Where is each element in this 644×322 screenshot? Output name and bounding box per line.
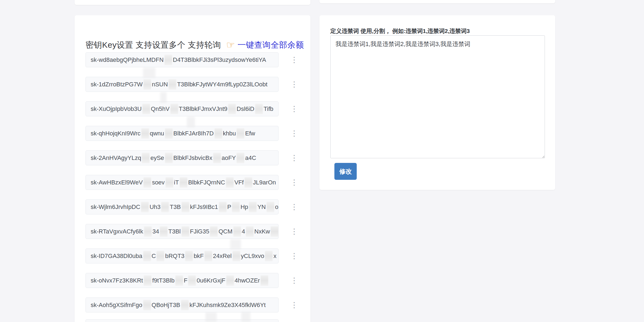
api-key-field[interactable]: sk-XuOjpIpbVob3UQn5hVT3BlbkFJmxVJnt9Dsl6… bbox=[86, 101, 279, 116]
api-key-text: T3Bl bbox=[168, 228, 181, 235]
api-key-text: sk-1dZrroBtzPG7W bbox=[91, 81, 143, 88]
censor-blur-patch bbox=[267, 202, 274, 212]
censor-blur-patch bbox=[249, 202, 257, 212]
key-panel-title: 密钥Key设置 支持设置多个 支持轮询 ☞ 一键查询全部余额 bbox=[86, 39, 304, 51]
modify-button[interactable]: 修改 bbox=[334, 163, 357, 180]
kebab-menu-icon[interactable]: ⋮ bbox=[279, 179, 310, 186]
api-key-field[interactable]: sk-Wjlm6JrvhIpDCUh3T3BkFJs9IBc1PHpYNo5 bbox=[86, 199, 279, 214]
api-key-text: 4 bbox=[242, 228, 245, 235]
kebab-menu-icon[interactable]: ⋮ bbox=[279, 56, 310, 64]
api-key-field[interactable]: sk-AwHBzxEl9WeVsoeviTBlbkFJQrnNCVFfJL9ar… bbox=[86, 175, 279, 190]
censor-blur-patch bbox=[165, 128, 173, 139]
api-key-text: sk-2AnHVAgyYLzq bbox=[91, 154, 141, 162]
censor-blur-patch bbox=[271, 226, 278, 237]
api-key-text: sk-ID7GA38Dl0uba bbox=[91, 253, 142, 260]
api-key-text: kFJKuhsmk9Ze3X45fklW6Yt bbox=[190, 302, 266, 309]
censor-blur-patch bbox=[255, 104, 263, 114]
censor-blur-patch bbox=[175, 275, 183, 286]
api-key-text: QCM bbox=[218, 228, 232, 235]
api-key-text: YN bbox=[257, 203, 266, 211]
api-key-text: P bbox=[227, 203, 231, 211]
censor-blur-patch bbox=[144, 177, 151, 188]
banned-words-textarea[interactable]: 我是违禁词1,我是违禁词2,我是违禁词3,我是违禁词 bbox=[330, 35, 545, 158]
query-all-balance-link[interactable]: 一键查询全部余额 bbox=[237, 40, 304, 49]
api-key-text: 4hwOZEr bbox=[235, 277, 260, 284]
censor-blur-patch bbox=[232, 202, 240, 212]
censor-blur-patch bbox=[141, 202, 149, 212]
api-key-panel: 密钥Key设置 支持设置多个 支持轮询 ☞ 一键查询全部余额 下方就是你设置的K… bbox=[75, 15, 310, 322]
api-key-field[interactable]: sk-2AnHVAgyYLzqeySeBlbkFJsbvicBxaoFYa4C bbox=[86, 150, 279, 165]
api-key-field[interactable]: sk-wd8aebgQPjbheLMDFND4T3BlbkFJi3sPl3uzy… bbox=[86, 52, 279, 67]
key-row: sk-Wjlm6JrvhIpDCUh3T3BkFJs9IBc1PHpYNo5⋮ bbox=[86, 199, 310, 214]
blur-artifact bbox=[205, 312, 217, 322]
api-key-text: qwnu bbox=[150, 130, 164, 137]
api-key-field[interactable]: sk-1dZrroBtzPG7WnSUNT3BlbkFJytWY4m9fLyp0… bbox=[86, 77, 279, 92]
top-partial-card-right bbox=[319, 0, 555, 3]
api-key-field[interactable]: sk-RTaVgxvACfy6lk34T3BlFJiG35QCM4NxKwqy bbox=[86, 224, 279, 239]
key-row: sk-XuOjpIpbVob3UQn5hVT3BlbkFJmxVJnt9Dsl6… bbox=[86, 101, 310, 116]
kebab-menu-icon[interactable]: ⋮ bbox=[279, 81, 310, 88]
censor-blur-patch bbox=[180, 177, 187, 188]
censor-blur-patch bbox=[170, 104, 178, 114]
censor-blur-patch bbox=[144, 226, 152, 237]
api-key-text: BlbkFJQrnNC bbox=[188, 179, 225, 186]
api-key-field[interactable]: sk-qhHojqKnI9WrcqwnuBlbkFJAr8Ih7DkhbuEfw bbox=[86, 126, 279, 141]
blur-artifact bbox=[187, 117, 195, 127]
kebab-menu-icon[interactable]: ⋮ bbox=[279, 228, 310, 235]
api-key-text: sk-RTaVgxvACfy6lk bbox=[91, 228, 143, 235]
censor-blur-patch bbox=[205, 251, 212, 261]
api-key-text: BlbkFJAr8Ih7D bbox=[173, 130, 214, 137]
kebab-menu-icon[interactable]: ⋮ bbox=[279, 130, 310, 137]
kebab-menu-icon[interactable]: ⋮ bbox=[279, 154, 310, 162]
censor-blur-patch bbox=[161, 202, 169, 212]
censor-blur-patch bbox=[215, 128, 222, 139]
kebab-menu-icon[interactable]: ⋮ bbox=[279, 105, 310, 113]
kebab-menu-icon[interactable]: ⋮ bbox=[279, 252, 310, 260]
api-key-text: iT bbox=[174, 179, 179, 186]
censor-blur-patch bbox=[233, 251, 240, 261]
api-key-text: sk-AwHBzxEl9WeV bbox=[91, 179, 143, 186]
key-row: sk-oNvx7Fz3K8KRtf9tT3BlbF0u6KrGxjF4hwOZE… bbox=[86, 273, 310, 288]
key-row: sk-qhHojqKnI9WrcqwnuBlbkFJAr8Ih7DkhbuEfw… bbox=[86, 126, 310, 141]
api-key-text: FJiG35 bbox=[190, 228, 209, 235]
api-key-text: bRQT3 bbox=[165, 253, 184, 260]
censor-blur-patch bbox=[142, 104, 150, 114]
api-key-field[interactable]: sk-Aoh5gXSifmFgoQBoHjT3BkFJKuhsmk9Ze3X45… bbox=[86, 297, 279, 312]
api-key-text: D4T3BlbkFJi3sPl3uzydsowYe6tiYA bbox=[173, 56, 266, 63]
api-key-text: QBoHjT3B bbox=[152, 302, 180, 309]
censor-blur-patch bbox=[261, 275, 268, 286]
censor-blur-patch bbox=[165, 153, 173, 163]
censor-blur-patch bbox=[143, 251, 151, 261]
api-key-field[interactable]: sk-ID7GA38Dl0ubaCbRQT3bkF24xRelyCL9xvox bbox=[86, 248, 279, 263]
censor-blur-patch bbox=[245, 177, 252, 188]
api-key-text: C bbox=[152, 253, 156, 260]
api-key-text: sk-Aoh5gXSifmFgo bbox=[91, 302, 142, 309]
api-key-text: nSUN bbox=[152, 81, 168, 88]
censor-blur-patch bbox=[246, 226, 254, 237]
api-key-text: T3BlbkFJytWY4m9fLyp0Z3lLOobt bbox=[177, 81, 267, 88]
api-key-text: JL9arOn bbox=[253, 179, 276, 186]
api-key-text: soev bbox=[152, 179, 164, 186]
api-key-field[interactable]: sk-oNvx7Fz3K8KRtf9tT3BlbF0u6KrGxjF4hwOZE… bbox=[86, 273, 279, 288]
key-panel-title-text: 密钥Key设置 支持设置多个 支持轮询 bbox=[86, 40, 221, 49]
censor-blur-patch bbox=[237, 128, 244, 139]
api-key-text: F bbox=[184, 277, 187, 284]
top-partial-card-left bbox=[75, 0, 310, 5]
censor-blur-patch bbox=[226, 177, 234, 188]
kebab-menu-icon[interactable]: ⋮ bbox=[279, 301, 310, 309]
api-key-text: NxKw bbox=[254, 228, 270, 235]
api-key-text: bkF bbox=[194, 253, 204, 260]
kebab-menu-icon[interactable]: ⋮ bbox=[279, 203, 310, 211]
banned-words-panel: 定义违禁词 使用,分割， 例如:违禁词1,违禁词2,违禁词3 我是违禁词1,我是… bbox=[319, 15, 555, 190]
censor-blur-patch bbox=[265, 251, 273, 261]
api-key-text: BlbkFJsbvicBx bbox=[173, 154, 212, 162]
kebab-menu-icon[interactable]: ⋮ bbox=[279, 277, 310, 284]
api-key-text: o5 bbox=[275, 203, 279, 211]
key-row: sk-1dZrroBtzPG7WnSUNT3BlbkFJytWY4m9fLyp0… bbox=[86, 77, 310, 92]
pointing-finger-icon: ☞ bbox=[226, 39, 235, 50]
api-key-text: VFf bbox=[234, 179, 244, 186]
api-key-text: khbu bbox=[223, 130, 236, 137]
key-row: sk-Aoh5gXSifmFgoQBoHjT3BkFJKuhsmk9Ze3X45… bbox=[86, 297, 310, 312]
censor-blur-patch bbox=[233, 226, 241, 237]
api-key-text: Dsl6iD bbox=[237, 105, 254, 113]
